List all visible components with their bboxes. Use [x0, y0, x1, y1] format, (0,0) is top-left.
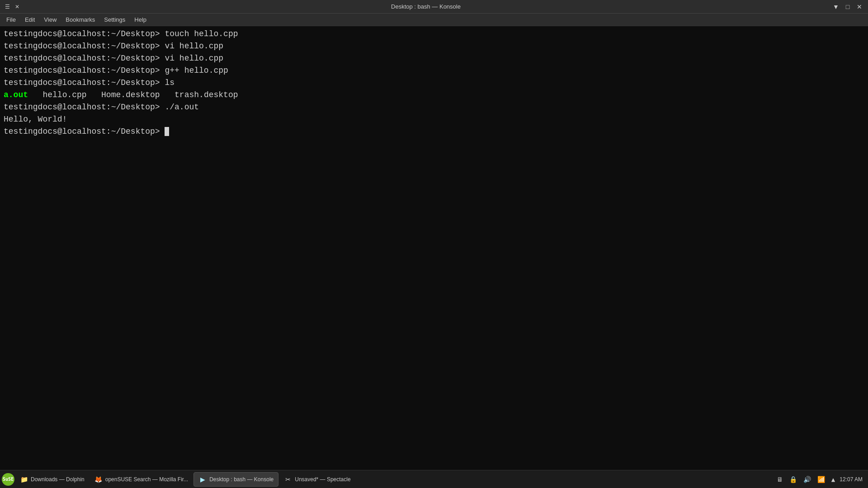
title-bar-controls: ▼ □ ✕ [831, 2, 864, 12]
title-bar-left: ☰ ✕ [4, 3, 21, 10]
taskbar-systray: 🖥 🔒 🔊 📶 ▲ 12:07 AM [771, 475, 866, 484]
terminal-line-5: testingdocs@localhost:~/Desktop> ls [4, 77, 864, 89]
konsole-icon: ▶ [198, 475, 207, 483]
systray-monitor-icon[interactable]: 🖥 [775, 475, 785, 484]
close-button[interactable]: ✕ [854, 2, 864, 12]
dolphin-icon: 📁 [20, 475, 28, 483]
maximize-button[interactable]: □ [843, 2, 853, 12]
menu-item-help[interactable]: Help [130, 15, 151, 24]
taskbar-app-spectacle[interactable]: ✂ Unsaved* — Spectacle [279, 472, 355, 487]
taskbar: SuSE 📁 Downloads — Dolphin 🦊 openSUSE Se… [0, 470, 868, 488]
menu-item-settings[interactable]: Settings [99, 15, 130, 24]
taskbar-app-konsole-label: Desktop : bash — Konsole [209, 476, 274, 483]
taskbar-app-firefox-label: openSUSE Search — Mozilla Fir... [105, 476, 188, 483]
taskbar-app-dolphin-label: Downloads — Dolphin [31, 476, 85, 483]
terminal-line-4: testingdocs@localhost:~/Desktop> g++ hel… [4, 65, 864, 77]
menu-item-edit[interactable]: Edit [20, 15, 39, 24]
taskbar-app-spectacle-label: Unsaved* — Spectacle [295, 476, 350, 483]
systray-wifi-icon[interactable]: 📶 [816, 475, 827, 484]
title-bar: ☰ ✕ Desktop : bash — Konsole ▼ □ ✕ [0, 0, 868, 14]
minimize-button[interactable]: ▼ [831, 2, 841, 12]
window-title: Desktop : bash — Konsole [21, 3, 831, 10]
terminal-line-7: Hello, World! [4, 113, 864, 126]
system-clock: 12:07 AM [840, 476, 863, 483]
menu-item-file[interactable]: File [2, 15, 20, 24]
systray-audio-icon[interactable]: 🔊 [802, 475, 813, 484]
terminal-line-2: testingdocs@localhost:~/Desktop> vi hell… [4, 40, 864, 52]
titlebar-new-tab-btn[interactable]: ✕ [14, 3, 21, 10]
terminal-area[interactable]: testingdocs@localhost:~/Desktop> touch h… [0, 26, 868, 470]
taskbar-app-konsole[interactable]: ▶ Desktop : bash — Konsole [193, 472, 278, 487]
titlebar-menu-btn[interactable]: ☰ [4, 3, 11, 10]
menu-bar: FileEditViewBookmarksSettingsHelp [0, 14, 868, 26]
spectacle-icon: ✂ [284, 475, 292, 483]
terminal-cursor [165, 127, 169, 136]
taskbar-app-firefox[interactable]: 🦊 openSUSE Search — Mozilla Fir... [90, 472, 193, 487]
systray-arrow-icon[interactable]: ▲ [830, 475, 837, 484]
terminal-line-3: testingdocs@localhost:~/Desktop> vi hell… [4, 52, 864, 65]
firefox-icon: 🦊 [94, 475, 103, 483]
terminal-prompt-line: testingdocs@localhost:~/Desktop> [4, 126, 864, 138]
suse-logo-button[interactable]: SuSE [2, 473, 14, 486]
taskbar-app-dolphin[interactable]: 📁 Downloads — Dolphin [15, 472, 89, 487]
terminal-line-6: testingdocs@localhost:~/Desktop> ./a.out [4, 101, 864, 113]
terminal-line-1: testingdocs@localhost:~/Desktop> touch h… [4, 28, 864, 40]
menu-item-bookmarks[interactable]: Bookmarks [61, 15, 99, 24]
systray-network-icon[interactable]: 🔒 [788, 475, 799, 484]
terminal-line-ls-output: a.out hello.cpp Home.desktop trash.deskt… [4, 89, 864, 101]
menu-item-view[interactable]: View [39, 15, 61, 24]
